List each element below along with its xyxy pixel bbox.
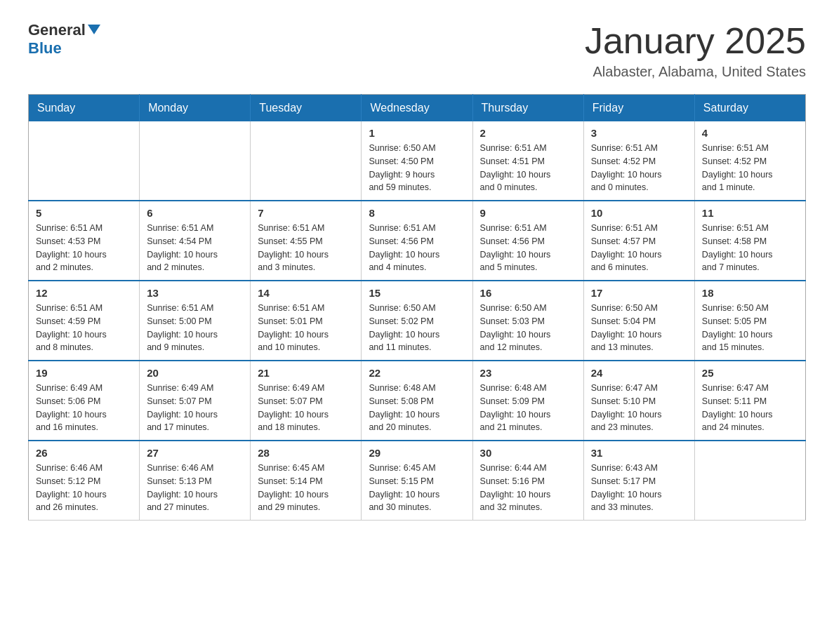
day-info: Sunrise: 6:47 AMSunset: 5:11 PMDaylight:… <box>702 382 798 434</box>
day-info: Sunrise: 6:51 AMSunset: 4:57 PMDaylight:… <box>591 222 687 274</box>
day-info: Sunrise: 6:49 AMSunset: 5:06 PMDaylight:… <box>36 382 132 434</box>
calendar-cell: 19Sunrise: 6:49 AMSunset: 5:06 PMDayligh… <box>29 361 140 441</box>
calendar-cell: 9Sunrise: 6:51 AMSunset: 4:56 PMDaylight… <box>472 201 583 281</box>
day-info: Sunrise: 6:51 AMSunset: 4:53 PMDaylight:… <box>36 222 132 274</box>
day-number: 21 <box>258 367 354 379</box>
calendar-title-area: January 2025 Alabaster, Alabama, United … <box>585 21 806 80</box>
weekday-header-friday: Friday <box>583 95 694 122</box>
calendar-header: SundayMondayTuesdayWednesdayThursdayFrid… <box>29 95 806 122</box>
day-info: Sunrise: 6:51 AMSunset: 4:56 PMDaylight:… <box>369 222 465 274</box>
logo-general-text: General <box>28 21 86 39</box>
weekday-header-monday: Monday <box>140 95 251 122</box>
weekday-header-sunday: Sunday <box>29 95 140 122</box>
svg-marker-0 <box>88 25 100 34</box>
day-info: Sunrise: 6:49 AMSunset: 5:07 PMDaylight:… <box>258 382 354 434</box>
weekday-row: SundayMondayTuesdayWednesdayThursdayFrid… <box>29 95 806 122</box>
calendar-cell: 18Sunrise: 6:50 AMSunset: 5:05 PMDayligh… <box>694 281 805 361</box>
calendar-cell: 5Sunrise: 6:51 AMSunset: 4:53 PMDaylight… <box>29 201 140 281</box>
day-number: 30 <box>480 447 576 459</box>
weekday-header-tuesday: Tuesday <box>251 95 362 122</box>
calendar-cell: 24Sunrise: 6:47 AMSunset: 5:10 PMDayligh… <box>583 361 694 441</box>
day-info: Sunrise: 6:51 AMSunset: 5:01 PMDaylight:… <box>258 302 354 354</box>
day-number: 23 <box>480 367 576 379</box>
day-info: Sunrise: 6:50 AMSunset: 5:03 PMDaylight:… <box>480 302 576 354</box>
calendar-cell: 26Sunrise: 6:46 AMSunset: 5:12 PMDayligh… <box>29 441 140 521</box>
day-info: Sunrise: 6:50 AMSunset: 5:04 PMDaylight:… <box>591 302 687 354</box>
day-number: 28 <box>258 447 354 459</box>
weekday-header-thursday: Thursday <box>472 95 583 122</box>
calendar-cell: 1Sunrise: 6:50 AMSunset: 4:50 PMDaylight… <box>362 121 472 201</box>
day-info: Sunrise: 6:46 AMSunset: 5:12 PMDaylight:… <box>36 462 132 514</box>
calendar-cell: 15Sunrise: 6:50 AMSunset: 5:02 PMDayligh… <box>362 281 472 361</box>
weekday-header-saturday: Saturday <box>694 95 805 122</box>
calendar-cell: 23Sunrise: 6:48 AMSunset: 5:09 PMDayligh… <box>472 361 583 441</box>
day-info: Sunrise: 6:45 AMSunset: 5:15 PMDaylight:… <box>369 462 465 514</box>
calendar-cell <box>694 441 805 521</box>
day-number: 13 <box>147 287 243 299</box>
calendar-cell <box>140 121 251 201</box>
calendar-cell: 17Sunrise: 6:50 AMSunset: 5:04 PMDayligh… <box>583 281 694 361</box>
calendar-cell: 21Sunrise: 6:49 AMSunset: 5:07 PMDayligh… <box>251 361 362 441</box>
calendar-cell: 13Sunrise: 6:51 AMSunset: 5:00 PMDayligh… <box>140 281 251 361</box>
calendar-cell: 8Sunrise: 6:51 AMSunset: 4:56 PMDaylight… <box>362 201 472 281</box>
calendar-cell: 27Sunrise: 6:46 AMSunset: 5:13 PMDayligh… <box>140 441 251 521</box>
day-info: Sunrise: 6:51 AMSunset: 4:51 PMDaylight:… <box>480 142 576 194</box>
day-info: Sunrise: 6:51 AMSunset: 5:00 PMDaylight:… <box>147 302 243 354</box>
location-subtitle: Alabaster, Alabama, United States <box>585 64 806 80</box>
day-number: 5 <box>36 207 132 219</box>
calendar-cell: 12Sunrise: 6:51 AMSunset: 4:59 PMDayligh… <box>29 281 140 361</box>
calendar-cell: 6Sunrise: 6:51 AMSunset: 4:54 PMDaylight… <box>140 201 251 281</box>
day-info: Sunrise: 6:46 AMSunset: 5:13 PMDaylight:… <box>147 462 243 514</box>
weekday-header-wednesday: Wednesday <box>362 95 472 122</box>
day-info: Sunrise: 6:51 AMSunset: 4:54 PMDaylight:… <box>147 222 243 274</box>
day-info: Sunrise: 6:47 AMSunset: 5:10 PMDaylight:… <box>591 382 687 434</box>
day-number: 3 <box>591 127 687 139</box>
day-number: 26 <box>36 447 132 459</box>
day-info: Sunrise: 6:51 AMSunset: 4:59 PMDaylight:… <box>36 302 132 354</box>
day-info: Sunrise: 6:49 AMSunset: 5:07 PMDaylight:… <box>147 382 243 434</box>
day-number: 2 <box>480 127 576 139</box>
logo: General Blue <box>28 21 100 58</box>
day-number: 27 <box>147 447 243 459</box>
day-number: 10 <box>591 207 687 219</box>
day-number: 8 <box>369 207 465 219</box>
day-info: Sunrise: 6:51 AMSunset: 4:58 PMDaylight:… <box>702 222 798 274</box>
calendar-cell: 31Sunrise: 6:43 AMSunset: 5:17 PMDayligh… <box>583 441 694 521</box>
calendar-cell: 11Sunrise: 6:51 AMSunset: 4:58 PMDayligh… <box>694 201 805 281</box>
day-info: Sunrise: 6:45 AMSunset: 5:14 PMDaylight:… <box>258 462 354 514</box>
calendar-week-row: 19Sunrise: 6:49 AMSunset: 5:06 PMDayligh… <box>29 361 806 441</box>
day-info: Sunrise: 6:51 AMSunset: 4:56 PMDaylight:… <box>480 222 576 274</box>
day-number: 14 <box>258 287 354 299</box>
calendar-cell: 29Sunrise: 6:45 AMSunset: 5:15 PMDayligh… <box>362 441 472 521</box>
calendar-cell: 7Sunrise: 6:51 AMSunset: 4:55 PMDaylight… <box>251 201 362 281</box>
day-number: 15 <box>369 287 465 299</box>
day-number: 16 <box>480 287 576 299</box>
calendar-week-row: 12Sunrise: 6:51 AMSunset: 4:59 PMDayligh… <box>29 281 806 361</box>
calendar-table: SundayMondayTuesdayWednesdayThursdayFrid… <box>28 94 806 521</box>
calendar-cell: 28Sunrise: 6:45 AMSunset: 5:14 PMDayligh… <box>251 441 362 521</box>
calendar-week-row: 1Sunrise: 6:50 AMSunset: 4:50 PMDaylight… <box>29 121 806 201</box>
day-info: Sunrise: 6:50 AMSunset: 5:02 PMDaylight:… <box>369 302 465 354</box>
month-year-title: January 2025 <box>585 21 806 61</box>
day-number: 19 <box>36 367 132 379</box>
day-number: 18 <box>702 287 798 299</box>
page-header: General Blue January 2025 Alabaster, Ala… <box>28 21 806 80</box>
calendar-cell <box>251 121 362 201</box>
calendar-cell: 4Sunrise: 6:51 AMSunset: 4:52 PMDaylight… <box>694 121 805 201</box>
day-number: 7 <box>258 207 354 219</box>
day-number: 29 <box>369 447 465 459</box>
calendar-body: 1Sunrise: 6:50 AMSunset: 4:50 PMDaylight… <box>29 121 806 521</box>
calendar-cell: 2Sunrise: 6:51 AMSunset: 4:51 PMDaylight… <box>472 121 583 201</box>
day-number: 6 <box>147 207 243 219</box>
calendar-cell <box>29 121 140 201</box>
day-info: Sunrise: 6:43 AMSunset: 5:17 PMDaylight:… <box>591 462 687 514</box>
day-number: 12 <box>36 287 132 299</box>
day-number: 31 <box>591 447 687 459</box>
calendar-cell: 22Sunrise: 6:48 AMSunset: 5:08 PMDayligh… <box>362 361 472 441</box>
logo-triangle-icon <box>88 25 100 36</box>
calendar-cell: 25Sunrise: 6:47 AMSunset: 5:11 PMDayligh… <box>694 361 805 441</box>
day-number: 24 <box>591 367 687 379</box>
day-info: Sunrise: 6:50 AMSunset: 5:05 PMDaylight:… <box>702 302 798 354</box>
calendar-cell: 10Sunrise: 6:51 AMSunset: 4:57 PMDayligh… <box>583 201 694 281</box>
calendar-cell: 3Sunrise: 6:51 AMSunset: 4:52 PMDaylight… <box>583 121 694 201</box>
